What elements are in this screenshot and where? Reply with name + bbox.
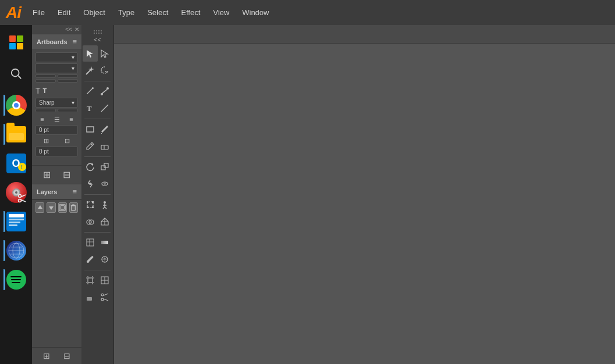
menu-object[interactable]: Object	[82, 6, 106, 19]
panel-expand-btn[interactable]: ✕	[74, 26, 79, 33]
layer-delete-button[interactable]	[69, 202, 78, 213]
svg-marker-20	[87, 50, 93, 58]
align-center-icon[interactable]: ☰	[54, 116, 60, 123]
rotate-tool-btn[interactable]	[83, 159, 98, 175]
artboards-content: ▾ ▾	[32, 49, 81, 160]
grip-dot	[94, 33, 95, 34]
layer-move-down-icon	[48, 205, 54, 210]
artboard-tool-btn[interactable]	[83, 272, 98, 288]
main-content: O !	[0, 25, 615, 364]
spacing-value: 0 pt	[39, 148, 49, 155]
news-taskbar-item[interactable]	[3, 209, 29, 234]
artboard-input-3[interactable]	[35, 79, 56, 83]
svg-rect-56	[101, 241, 108, 244]
bottom-align-icon-2[interactable]: ⊟	[63, 351, 70, 361]
spotify-line-2	[11, 279, 22, 280]
outlook-taskbar-item[interactable]: O !	[3, 151, 29, 176]
align-left-icon[interactable]: ≡	[40, 116, 44, 123]
align-distribute-icon-2[interactable]: ⊟	[63, 169, 70, 180]
menu-file[interactable]: File	[31, 6, 46, 19]
artboard-input-2[interactable]	[58, 74, 78, 78]
eraser-tool-btn[interactable]	[98, 138, 113, 154]
paintbrush-tool-btn[interactable]	[98, 121, 113, 137]
layers-panel-header: Layers ≡	[32, 184, 81, 199]
menu-select[interactable]: Select	[146, 6, 169, 19]
pencil-tool-btn[interactable]	[83, 138, 98, 154]
artboard-dropdown-1[interactable]: ▾	[35, 52, 78, 62]
layer-add-button[interactable]	[35, 202, 44, 213]
puppet-warp-btn[interactable]	[98, 197, 113, 213]
type-tool-btn[interactable]: T	[83, 100, 98, 116]
font-style-input[interactable]	[58, 109, 78, 112]
menu-edit[interactable]: Edit	[56, 6, 72, 19]
spacing-icon-2[interactable]: ⊟	[65, 137, 70, 145]
rectangle-tool-btn[interactable]	[83, 121, 98, 137]
scissors-tool-btn[interactable]	[98, 289, 113, 305]
menu-type[interactable]: Type	[117, 6, 136, 19]
left-properties-panel: << ✕ Artboards ≡ ▾	[32, 25, 81, 364]
scale-tool-btn[interactable]	[98, 159, 113, 175]
canvas-area[interactable]	[114, 25, 615, 364]
tool-row-rotate	[83, 159, 112, 175]
free-transform-btn[interactable]	[83, 197, 98, 213]
menu-effect[interactable]: Effect	[180, 6, 201, 19]
warp-tool-btn[interactable]	[98, 176, 113, 192]
tool-collapse-row: <<	[83, 36, 112, 43]
mesh-tool-btn[interactable]	[83, 234, 98, 251]
menu-view[interactable]: View	[212, 6, 230, 19]
align-distribute-icon-1[interactable]: ⊞	[43, 169, 51, 180]
lasso-tool-btn[interactable]	[98, 62, 113, 78]
panel-collapse-header: << ✕	[32, 25, 81, 34]
perspective-grid-btn[interactable]	[98, 213, 113, 230]
eraser2-tool-btn[interactable]	[83, 289, 98, 305]
search-button[interactable]	[3, 61, 29, 87]
spacing-icon-1[interactable]: ⊞	[44, 137, 49, 145]
svg-point-76	[101, 298, 104, 301]
curvature-tool-btn[interactable]	[98, 83, 113, 99]
align-right-icon[interactable]: ≡	[69, 116, 73, 123]
svg-point-37	[89, 183, 91, 185]
stroke-input[interactable]: 0 pt	[35, 125, 78, 135]
outlook-badge-text: !	[21, 164, 23, 170]
svg-rect-14	[61, 206, 65, 210]
shape-builder-icon	[86, 217, 95, 226]
live-paint-btn[interactable]	[98, 251, 113, 267]
layer-move-button[interactable]	[58, 202, 67, 213]
bottom-align-icon-1[interactable]: ⊞	[43, 351, 50, 361]
chrome-taskbar-item[interactable]	[3, 92, 29, 118]
slice-tool-btn[interactable]	[98, 272, 113, 288]
spotify-taskbar-item[interactable]	[3, 267, 29, 292]
artboards-panel-header: Artboards ≡	[32, 34, 81, 49]
file-explorer-taskbar-item[interactable]	[3, 122, 29, 147]
artboard-input-1[interactable]	[35, 74, 56, 78]
line-tool-btn[interactable]	[98, 100, 113, 116]
tool-collapse-icon[interactable]: <<	[94, 36, 101, 43]
font-dropdown[interactable]: Sharp ▾	[35, 98, 78, 108]
selection-tool-btn[interactable]	[83, 45, 98, 62]
direct-selection-tool-btn[interactable]	[98, 45, 113, 62]
globe-taskbar-item[interactable]	[3, 238, 29, 263]
type-T-icon: T	[35, 86, 41, 95]
layer-move-down-button[interactable]	[47, 202, 55, 213]
font-size-input[interactable]	[35, 109, 56, 112]
pen-tool-btn[interactable]	[83, 83, 98, 99]
artboard-dropdown-2[interactable]: ▾	[35, 63, 78, 73]
shape-builder-btn[interactable]	[83, 213, 98, 230]
curvature-tool-icon	[100, 87, 109, 96]
secondary-toolbar	[114, 25, 615, 44]
disk-utility-taskbar-item[interactable]	[3, 180, 29, 205]
panel-collapse-btn[interactable]: <<	[65, 26, 72, 33]
tool-panel-grip[interactable]	[83, 28, 112, 36]
width-tool-btn[interactable]	[83, 176, 98, 192]
artboard-input-4[interactable]	[58, 79, 78, 83]
magic-wand-tool-btn[interactable]	[83, 62, 98, 78]
menu-window[interactable]: Window	[241, 6, 270, 19]
eyedropper-tool-btn[interactable]	[83, 251, 98, 267]
spacing-input[interactable]: 0 pt	[35, 147, 78, 156]
layers-menu-icon[interactable]: ≡	[72, 187, 77, 196]
layer-delete-icon	[70, 204, 76, 211]
windows-start-button[interactable]	[3, 30, 29, 55]
artboards-menu-icon[interactable]: ≡	[72, 37, 77, 46]
svg-marker-11	[38, 205, 42, 209]
gradient-tool-btn[interactable]	[98, 234, 113, 251]
